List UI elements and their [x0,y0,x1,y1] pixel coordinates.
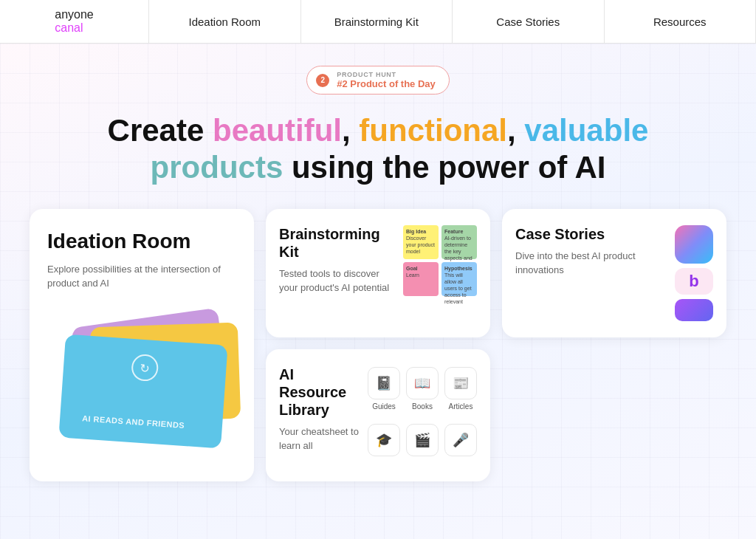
nav-item-case[interactable]: Case Stories [453,0,605,43]
card-ideation[interactable]: Ideation Room Explore possibilities at t… [30,209,254,481]
resource-icon-books: 📖 Books [406,367,439,411]
nav-item-brainstorm[interactable]: Brainstorming Kit [301,0,453,43]
main-content: 2 PRODUCT HUNT #2 Product of the Day Cre… [0,44,756,539]
case-title: Case Stories [515,225,645,243]
badge-wrapper: 2 PRODUCT HUNT #2 Product of the Day [30,66,726,95]
guides-icon: 📓 [368,367,400,399]
resource-title: AI Resource Library [279,365,359,419]
articles-label: Articles [449,402,473,411]
badge-text: PRODUCT HUNT #2 Product of the Day [337,71,436,89]
app-icon-purple [675,299,713,321]
hero-heading: Create beautiful, functional, valuable p… [30,112,726,187]
ideation-illustration: Parallel ↻ AI READS AND FRIENDS [47,303,236,450]
brainstorm-left: Brainstorming Kit Tested tools to discov… [279,225,394,321]
word-valuable: valuable [524,113,648,148]
brainstorm-title: Brainstorming Kit [279,225,394,261]
word-beautiful: beautiful [213,113,342,148]
app-icon-gradient [675,225,713,264]
card-icon: ↻ [131,354,159,382]
card-resource-library[interactable]: AI Resource Library Your cheatsheet to l… [266,349,490,481]
brainstorm-right: Big Idea Discover your product model Fea… [403,225,477,321]
hero-end: using the power of AI [292,150,605,185]
resource-icons-grid: 📓 Guides 📖 Books 📰 Articles 🎓 🎬 [368,365,477,465]
cards-grid: Ideation Room Explore possibilities at t… [30,209,726,481]
nav-item-ideation[interactable]: Ideation Room [149,0,301,43]
case-subtitle: Dive into the best AI product innovation… [515,249,645,278]
resource-left: AI Resource Library Your cheatsheet to l… [279,365,359,465]
resource-icon-podcast: 🎤 [444,424,477,459]
logo-line1: anyone [55,8,94,21]
articles-icon: 📰 [444,367,477,399]
mini-note-4: Hypothesis This will allow all users to … [441,262,477,296]
card-blue: ↻ AI READS AND FRIENDS [58,334,227,448]
mini-note-1: Big Idea Discover your product model [403,225,439,259]
case-right: b [654,225,713,321]
logo[interactable]: anyone canal [0,0,149,43]
ideation-subtitle: Explore possibilities at the intersectio… [47,262,236,291]
badge-number: 2 [316,74,329,87]
books-label: Books [412,402,433,411]
card-blue-label: AI READS AND FRIENDS [82,413,185,431]
resource-icon-guides: 📓 Guides [368,367,400,411]
product-hunt-badge[interactable]: 2 PRODUCT HUNT #2 Product of the Day [306,66,450,95]
nav-item-resources[interactable]: Resources [605,0,757,43]
badge-label: PRODUCT HUNT [337,71,436,78]
podcast-icon: 🎤 [444,424,477,456]
resource-icon-articles: 📰 Articles [444,367,477,411]
courses-icon: 🎓 [368,424,400,456]
word-functional: functional [359,113,507,148]
app-icon-b: b [675,268,713,295]
mini-note-2: Feature AI-driven to determine the key a… [441,225,477,259]
resource-subtitle: Your cheatsheet to learn all [279,425,359,453]
mini-notes-grid: Big Idea Discover your product model Fea… [403,225,477,296]
header: anyone canal Ideation Room Brainstorming… [0,0,756,44]
card-case-stories[interactable]: Case Stories Dive into the best AI produ… [502,209,726,337]
hero-h1: Create beautiful, functional, valuable p… [30,112,726,187]
resource-icon-video: 🎬 [406,424,439,459]
video-icon: 🎬 [406,424,439,456]
main-nav: Ideation Room Brainstorming Kit Case Sto… [149,0,756,43]
case-left: Case Stories Dive into the best AI produ… [515,225,645,321]
word-products: products [151,150,284,185]
guides-label: Guides [372,402,396,411]
logo-line2: canal [55,21,94,35]
card-brainstorm[interactable]: Brainstorming Kit Tested tools to discov… [266,209,490,337]
ideation-title: Ideation Room [47,230,236,253]
resource-icon-courses: 🎓 [368,424,400,459]
books-icon: 📖 [406,367,439,399]
brainstorm-subtitle: Tested tools to discover your product's … [279,267,394,295]
mini-note-3: Goal Learn [403,262,439,296]
badge-title: #2 Product of the Day [337,78,436,89]
